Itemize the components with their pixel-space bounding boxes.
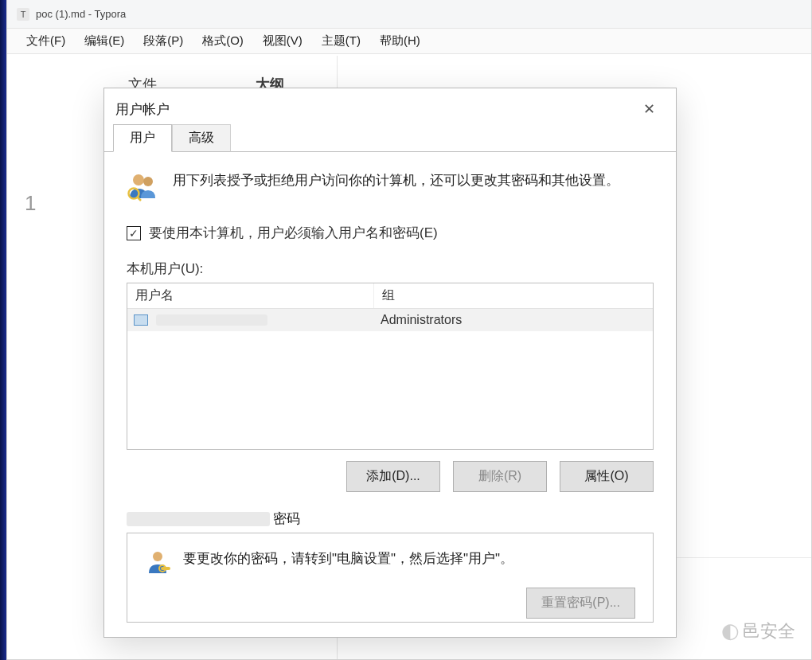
menu-help[interactable]: 帮助(H) — [370, 30, 430, 52]
menu-para[interactable]: 段落(P) — [134, 30, 193, 52]
username-redacted — [156, 314, 267, 326]
menu-bar: 文件(F) 编辑(E) 段落(P) 格式(O) 视图(V) 主题(T) 帮助(H… — [7, 29, 811, 54]
user-icon — [134, 314, 148, 326]
col-username[interactable]: 用户名 — [127, 283, 374, 308]
watermark: ◐ 邑安全 — [721, 619, 795, 643]
close-icon[interactable]: ✕ — [633, 98, 665, 120]
add-button[interactable]: 添加(D)... — [346, 461, 440, 492]
users-list-header: 用户名 组 — [127, 283, 653, 309]
dialog-description: 用下列表授予或拒绝用户访问你的计算机，还可以更改其密码和其他设置。 — [173, 170, 619, 193]
properties-button[interactable]: 属性(O) — [560, 461, 654, 492]
app-titlebar: T poc (1).md - Typora — [7, 0, 811, 29]
wechat-icon: ◐ — [721, 619, 740, 643]
menu-format[interactable]: 格式(O) — [193, 30, 253, 52]
dialog-titlebar: 用户帐户 ✕ — [104, 88, 676, 123]
line-number: 1 — [25, 191, 36, 216]
menu-file[interactable]: 文件(F) — [17, 30, 75, 52]
menu-theme[interactable]: 主题(T) — [312, 30, 370, 52]
password-suffix: 密码 — [273, 510, 300, 528]
svg-point-4 — [153, 552, 162, 561]
password-section-label: 密码 — [127, 510, 654, 528]
col-group[interactable]: 组 — [374, 283, 653, 308]
users-list[interactable]: 用户名 组 Administrators — [127, 283, 654, 450]
user-accounts-dialog: 用户帐户 ✕ 用户 高级 用下列表授予或拒绝用户访问你的计算机，还可以更改其密码… — [103, 88, 677, 638]
checkbox-icon[interactable]: ✓ — [127, 226, 141, 240]
tab-advanced[interactable]: 高级 — [172, 124, 231, 152]
user-key-icon — [145, 549, 172, 576]
users-icon — [127, 170, 158, 201]
dialog-title: 用户帐户 — [115, 100, 170, 119]
app-icon: T — [17, 8, 29, 21]
menu-view[interactable]: 视图(V) — [253, 30, 312, 52]
require-login-checkbox-row[interactable]: ✓ 要使用本计算机，用户必须输入用户名和密码(E) — [127, 224, 654, 242]
users-list-label: 本机用户(U): — [127, 260, 654, 278]
password-description: 要更改你的密码，请转到"电脑设置"，然后选择"用户"。 — [183, 548, 513, 569]
app-title: poc (1).md - Typora — [36, 8, 126, 20]
reset-password-button[interactable]: 重置密码(P)... — [526, 588, 635, 619]
watermark-label: 邑安全 — [743, 619, 795, 643]
username-redacted-pwd — [127, 512, 270, 526]
svg-point-0 — [133, 174, 144, 186]
require-login-label: 要使用本计算机，用户必须输入用户名和密码(E) — [149, 224, 438, 242]
dialog-tabs: 用户 高级 — [104, 123, 676, 152]
menu-edit[interactable]: 编辑(E) — [75, 30, 134, 52]
tab-users[interactable]: 用户 — [113, 124, 172, 152]
table-row[interactable]: Administrators — [127, 309, 653, 331]
row-group: Administrators — [374, 313, 653, 327]
svg-point-1 — [143, 177, 153, 186]
remove-button[interactable]: 删除(R) — [453, 461, 547, 492]
